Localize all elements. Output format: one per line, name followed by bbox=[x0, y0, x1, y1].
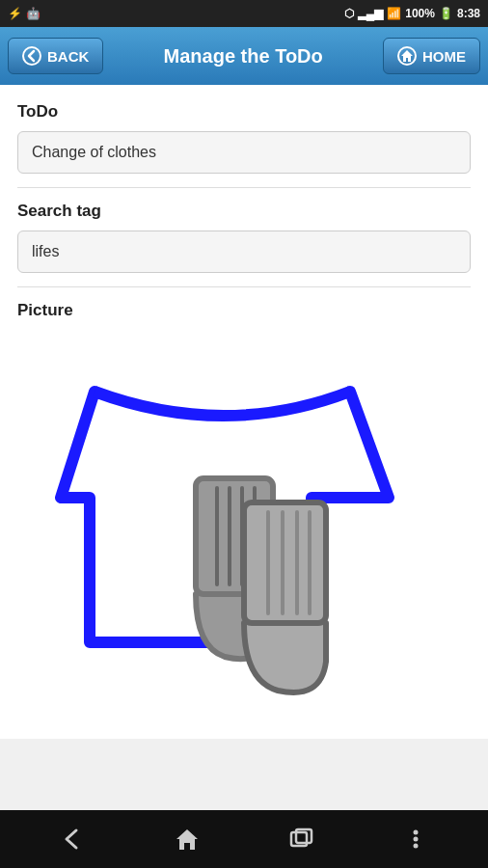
main-content: ToDo Search tag Picture bbox=[0, 85, 488, 739]
back-button[interactable]: BACK bbox=[8, 38, 103, 74]
clothes-illustration bbox=[17, 334, 471, 739]
svg-point-0 bbox=[23, 47, 41, 65]
svg-marker-15 bbox=[176, 829, 198, 850]
picture-section: Picture bbox=[17, 287, 471, 739]
todo-label: ToDo bbox=[17, 102, 471, 122]
menu-system-button[interactable] bbox=[392, 815, 440, 863]
search-tag-label: Search tag bbox=[17, 202, 471, 221]
picture-label: Picture bbox=[17, 301, 471, 320]
time-display: 8:38 bbox=[457, 7, 480, 20]
wifi-icon: 📶 bbox=[387, 7, 401, 20]
svg-point-19 bbox=[413, 837, 418, 842]
svg-marker-2 bbox=[401, 50, 413, 62]
top-navigation: BACK Manage the ToDo HOME bbox=[0, 27, 488, 85]
recents-system-button[interactable] bbox=[277, 815, 325, 863]
page-title: Manage the ToDo bbox=[103, 45, 383, 68]
search-tag-section: Search tag bbox=[17, 188, 471, 287]
status-left: ⚡ 🤖 bbox=[8, 7, 41, 20]
battery-icon: 🔋 bbox=[439, 7, 453, 20]
svg-point-20 bbox=[413, 844, 418, 849]
svg-point-18 bbox=[413, 830, 418, 835]
home-icon bbox=[397, 46, 417, 66]
bluetooth-icon: ⬡ bbox=[344, 7, 354, 20]
bottom-navigation bbox=[0, 810, 488, 868]
home-label: HOME bbox=[422, 48, 466, 65]
back-label: BACK bbox=[47, 48, 89, 65]
android-icon: 🤖 bbox=[26, 7, 41, 20]
status-bar: ⚡ 🤖 ⬡ ▂▄▆ 📶 100% 🔋 8:38 bbox=[0, 0, 488, 27]
home-button[interactable]: HOME bbox=[383, 38, 480, 74]
status-right: ⬡ ▂▄▆ 📶 100% 🔋 8:38 bbox=[344, 7, 480, 20]
back-icon bbox=[22, 46, 41, 66]
battery-text: 100% bbox=[405, 7, 435, 20]
usb-icon: ⚡ bbox=[8, 7, 22, 20]
svg-rect-9 bbox=[244, 502, 326, 623]
back-system-button[interactable] bbox=[48, 815, 96, 863]
todo-input[interactable] bbox=[17, 131, 471, 174]
signal-icon: ▂▄▆ bbox=[358, 7, 384, 20]
home-system-button[interactable] bbox=[163, 815, 211, 863]
todo-section: ToDo bbox=[17, 102, 471, 188]
search-tag-input[interactable] bbox=[17, 231, 471, 273]
clothes-svg bbox=[41, 353, 447, 719]
